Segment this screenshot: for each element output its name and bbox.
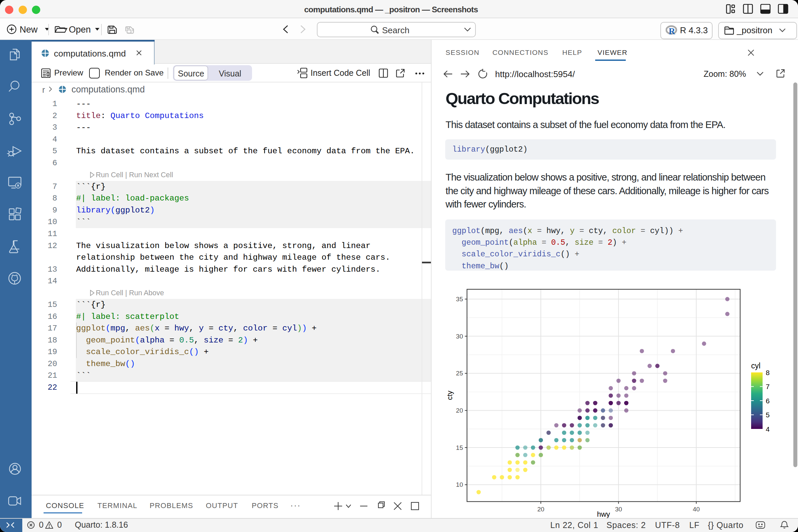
svg-text:hwy: hwy bbox=[597, 510, 610, 518]
svg-text:40: 40 bbox=[692, 506, 700, 513]
svg-text:20: 20 bbox=[537, 506, 544, 513]
svg-text:10: 10 bbox=[456, 481, 463, 488]
svg-text:8: 8 bbox=[766, 369, 770, 376]
svg-text:30: 30 bbox=[615, 506, 622, 513]
svg-text:7: 7 bbox=[766, 383, 770, 391]
svg-text:5: 5 bbox=[766, 411, 770, 419]
svg-text:15: 15 bbox=[456, 444, 463, 451]
svg-text:R: R bbox=[669, 26, 675, 36]
svg-text:25: 25 bbox=[456, 370, 463, 377]
svg-text:35: 35 bbox=[456, 296, 463, 303]
svg-text:cty: cty bbox=[445, 391, 454, 400]
svg-text:cyl: cyl bbox=[751, 361, 760, 370]
svg-text:4: 4 bbox=[766, 425, 770, 433]
svg-text:20: 20 bbox=[456, 407, 463, 414]
svg-text:6: 6 bbox=[766, 397, 770, 405]
svg-text:30: 30 bbox=[456, 333, 463, 340]
